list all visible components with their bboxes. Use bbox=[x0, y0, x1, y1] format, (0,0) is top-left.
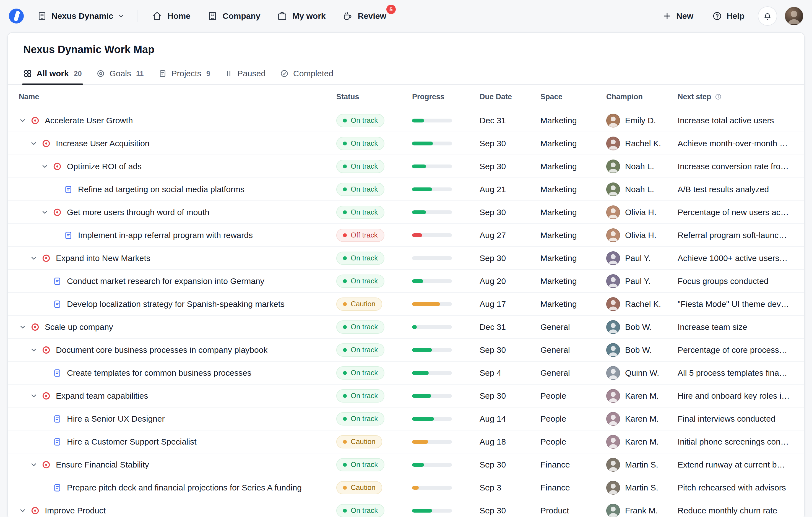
expand-chevron-icon[interactable] bbox=[19, 506, 28, 515]
item-name[interactable]: Document core business processes in comp… bbox=[56, 345, 267, 355]
table-row[interactable]: Document core business processes in comp… bbox=[8, 339, 804, 362]
table-row[interactable]: Refine ad targeting on social media plat… bbox=[8, 178, 804, 201]
status-badge[interactable]: On track bbox=[336, 366, 384, 379]
table-row[interactable]: Improve ProductOn trackSep 30ProductFran… bbox=[8, 499, 804, 517]
table-row[interactable]: Increase User AcquisitionOn trackSep 30M… bbox=[8, 132, 804, 155]
table-row[interactable]: Ensure Financial StabilityOn trackSep 30… bbox=[8, 453, 804, 476]
help-button[interactable]: Help bbox=[707, 7, 750, 25]
status-badge[interactable]: On track bbox=[336, 251, 384, 265]
nav-home[interactable]: Home bbox=[145, 6, 197, 26]
item-name[interactable]: Expand team capabilities bbox=[56, 391, 148, 401]
item-name[interactable]: Scale up company bbox=[45, 322, 113, 332]
expand-chevron-icon[interactable] bbox=[41, 208, 50, 217]
item-name[interactable]: Hire a Customer Support Specialist bbox=[67, 437, 197, 447]
status-badge[interactable]: Off track bbox=[336, 229, 384, 242]
status-badge[interactable]: On track bbox=[336, 160, 384, 173]
expand-chevron-icon[interactable] bbox=[30, 139, 39, 148]
champion-cell[interactable]: Olivia H. bbox=[606, 205, 677, 219]
table-row[interactable]: Develop localization strategy for Spanis… bbox=[8, 293, 804, 316]
status-badge[interactable]: On track bbox=[336, 412, 384, 425]
workspace-switcher[interactable]: Nexus Dynamic bbox=[33, 7, 129, 25]
item-name[interactable]: Improve Product bbox=[45, 506, 106, 515]
app-logo[interactable] bbox=[9, 8, 24, 24]
table-row[interactable]: Expand into New MarketsOn trackSep 30Mar… bbox=[8, 247, 804, 270]
champion-cell[interactable]: Karen M. bbox=[606, 435, 677, 449]
status-badge[interactable]: On track bbox=[336, 137, 384, 150]
table-row[interactable]: Hire a Senior UX DesignerOn trackAug 14P… bbox=[8, 407, 804, 430]
item-name[interactable]: Prepare pitch deck and financial project… bbox=[67, 483, 302, 492]
table-row[interactable]: Create templates for common business pro… bbox=[8, 362, 804, 385]
status-badge[interactable]: On track bbox=[336, 343, 384, 357]
table-row[interactable]: Scale up companyOn trackDec 31GeneralBob… bbox=[8, 316, 804, 339]
champion-cell[interactable]: Quinn W. bbox=[606, 366, 677, 380]
champion-cell[interactable]: Bob W. bbox=[606, 320, 677, 334]
tab-all-work[interactable]: All work 20 bbox=[18, 63, 87, 84]
expand-chevron-icon[interactable] bbox=[41, 162, 50, 171]
item-name[interactable]: Create templates for common business pro… bbox=[67, 368, 252, 378]
status-badge[interactable]: On track bbox=[336, 504, 384, 517]
expand-chevron-icon[interactable] bbox=[19, 323, 28, 332]
status-badge[interactable]: On track bbox=[336, 321, 384, 334]
notifications-button[interactable] bbox=[758, 6, 777, 26]
champion-cell[interactable]: Bob W. bbox=[606, 343, 677, 357]
table-row[interactable]: Prepare pitch deck and financial project… bbox=[8, 476, 804, 499]
status-badge[interactable]: On track bbox=[336, 458, 384, 472]
champion-cell[interactable]: Karen M. bbox=[606, 412, 677, 426]
champion-cell[interactable]: Olivia H. bbox=[606, 229, 677, 242]
item-name[interactable]: Get more users through word of mouth bbox=[67, 208, 209, 217]
status-badge[interactable]: Caution bbox=[336, 435, 382, 449]
champion-name: Rachel K. bbox=[625, 139, 661, 148]
status-badge[interactable]: On track bbox=[336, 114, 384, 127]
champion-cell[interactable]: Rachel K. bbox=[606, 297, 677, 311]
status-badge[interactable]: On track bbox=[336, 183, 384, 196]
champion-cell[interactable]: Noah L. bbox=[606, 159, 677, 173]
status-badge[interactable]: Caution bbox=[336, 298, 382, 311]
item-name[interactable]: Expand into New Markets bbox=[56, 253, 150, 263]
tab-paused[interactable]: Paused bbox=[219, 63, 271, 84]
table-row[interactable]: Implement in-app referral program with r… bbox=[8, 224, 804, 247]
name-cell: Document core business processes in comp… bbox=[8, 345, 336, 355]
status-badge[interactable]: On track bbox=[336, 275, 384, 288]
expand-chevron-icon[interactable] bbox=[30, 345, 39, 355]
champion-cell[interactable]: Emily D. bbox=[606, 114, 677, 127]
tab-completed[interactable]: Completed bbox=[274, 63, 339, 84]
table-row[interactable]: Optimize ROI of adsOn trackSep 30Marketi… bbox=[8, 155, 804, 178]
item-name[interactable]: Implement in-app referral program with r… bbox=[78, 231, 253, 240]
expand-chevron-icon[interactable] bbox=[30, 460, 39, 469]
item-name[interactable]: Refine ad targeting on social media plat… bbox=[78, 185, 244, 194]
item-name[interactable]: Ensure Financial Stability bbox=[56, 460, 149, 469]
table-row[interactable]: Accelerate User GrowthOn trackDec 31Mark… bbox=[8, 109, 804, 132]
table-row[interactable]: Hire a Customer Support SpecialistCautio… bbox=[8, 430, 804, 453]
expand-chevron-icon[interactable] bbox=[30, 392, 39, 400]
nav-my-work[interactable]: My work bbox=[270, 6, 332, 26]
status-badge[interactable]: Caution bbox=[336, 481, 382, 494]
table-row[interactable]: Expand team capabilitiesOn trackSep 30Pe… bbox=[8, 385, 804, 407]
tab-projects[interactable]: Projects 9 bbox=[153, 63, 216, 84]
item-name[interactable]: Accelerate User Growth bbox=[45, 116, 133, 125]
champion-cell[interactable]: Martin S. bbox=[606, 458, 677, 472]
champion-cell[interactable]: Paul Y. bbox=[606, 274, 677, 288]
new-button[interactable]: New bbox=[657, 7, 699, 25]
champion-cell[interactable]: Noah L. bbox=[606, 182, 677, 196]
champion-cell[interactable]: Rachel K. bbox=[606, 136, 677, 150]
status-badge[interactable]: On track bbox=[336, 389, 384, 402]
status-badge[interactable]: On track bbox=[336, 206, 384, 219]
champion-cell[interactable]: Frank M. bbox=[606, 504, 677, 517]
tab-goals[interactable]: Goals 11 bbox=[91, 63, 149, 84]
nav-company[interactable]: Company bbox=[201, 6, 267, 26]
expand-chevron-icon[interactable] bbox=[30, 254, 39, 263]
expand-chevron-icon[interactable] bbox=[19, 116, 28, 125]
table-row[interactable]: Conduct market research for expansion in… bbox=[8, 270, 804, 293]
item-name[interactable]: Develop localization strategy for Spanis… bbox=[67, 299, 285, 309]
user-avatar[interactable] bbox=[785, 7, 803, 25]
item-name[interactable]: Conduct market research for expansion in… bbox=[67, 276, 264, 286]
nav-review[interactable]: Review 5 bbox=[336, 6, 393, 26]
table-row[interactable]: Get more users through word of mouthOn t… bbox=[8, 201, 804, 224]
item-name[interactable]: Hire a Senior UX Designer bbox=[67, 414, 165, 424]
item-name[interactable]: Optimize ROI of ads bbox=[67, 162, 142, 171]
info-icon[interactable] bbox=[715, 93, 722, 100]
champion-cell[interactable]: Karen M. bbox=[606, 389, 677, 403]
champion-cell[interactable]: Martin S. bbox=[606, 481, 677, 495]
item-name[interactable]: Increase User Acquisition bbox=[56, 139, 150, 148]
champion-cell[interactable]: Paul Y. bbox=[606, 251, 677, 265]
